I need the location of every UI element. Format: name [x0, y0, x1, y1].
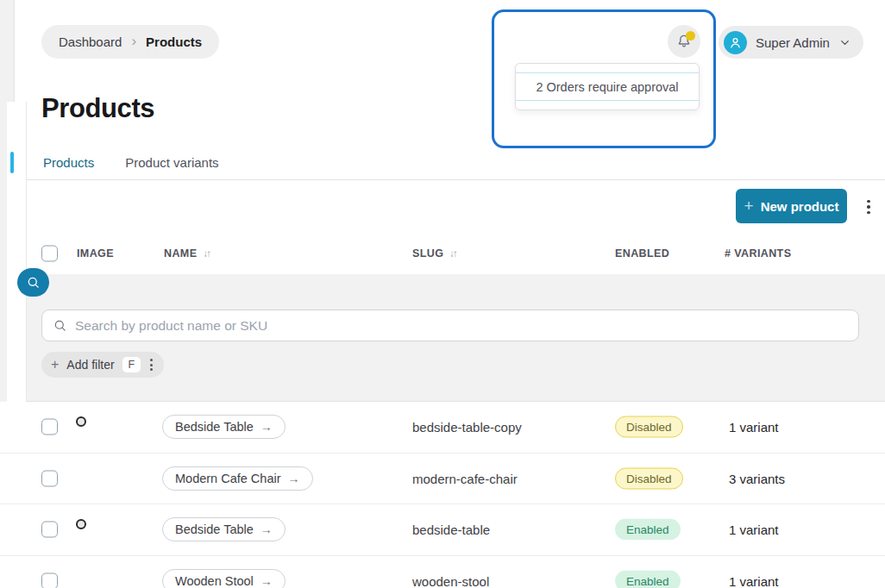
breadcrumb: Dashboard › Products — [41, 25, 219, 59]
notification-item[interactable]: 2 Orders require approval — [516, 72, 699, 101]
variant-count: 1 variant — [729, 522, 779, 537]
plus-icon: + — [744, 197, 754, 214]
shortcut-key-badge: F — [122, 357, 141, 372]
arrow-right-icon: → — [260, 420, 273, 434]
product-slug: modern-cafe-chair — [412, 471, 518, 485]
row-checkbox[interactable] — [41, 470, 58, 486]
arrow-right-icon: → — [260, 522, 273, 536]
tab-bar: Products Product variants — [27, 152, 885, 180]
breadcrumb-dashboard[interactable]: Dashboard — [59, 34, 122, 49]
products-page: Dashboard › Products 2 Orders require ap… — [0, 0, 885, 588]
search-bubble-button[interactable] — [17, 268, 49, 297]
filter-overflow-menu-button[interactable] — [148, 359, 154, 371]
search-field — [41, 310, 859, 341]
user-menu-button[interactable]: Super Admin — [719, 26, 863, 59]
chevron-down-icon — [838, 36, 851, 49]
product-name-label: Modern Cafe Chair — [175, 472, 281, 485]
row-checkbox[interactable] — [41, 522, 58, 538]
notifications-button[interactable] — [668, 25, 700, 58]
page-title: Products — [41, 93, 154, 124]
arrow-right-icon: → — [288, 472, 300, 485]
arrow-right-icon: → — [260, 574, 273, 588]
add-filter-label: Add filter — [66, 358, 114, 372]
row-checkbox[interactable] — [41, 419, 58, 435]
avatar — [724, 31, 747, 54]
status-badge: Disabled — [615, 416, 683, 438]
product-name-link[interactable]: Bedside Table → — [162, 517, 286, 541]
column-header-slug: SLUG ↓↑ — [412, 247, 456, 260]
column-header-name: NAME ↓↑ — [164, 247, 210, 260]
sidebar-active-indicator — [10, 152, 14, 173]
variant-count: 1 variant — [729, 573, 779, 588]
status-badge: Enabled — [615, 519, 681, 541]
plus-icon: + — [51, 358, 59, 372]
column-header-image: IMAGE — [77, 247, 114, 260]
status-badge: Disabled — [615, 467, 683, 489]
column-header-variants: # VARIANTS — [725, 247, 791, 260]
tab-products[interactable]: Products — [41, 152, 96, 179]
table-row: Modern Cafe Chair → modern-cafe-chair Di… — [0, 454, 885, 505]
user-name-label: Super Admin — [756, 35, 830, 50]
product-name-link[interactable]: Wooden Stool → — [162, 569, 286, 588]
breadcrumb-products[interactable]: Products — [146, 34, 202, 49]
table-body: Bedside Table → bedside-table-copy Disab… — [0, 402, 885, 588]
table-row: Wooden Stool → wooden-stool Enabled 1 va… — [0, 556, 885, 588]
status-badge: Enabled — [615, 570, 681, 588]
new-product-label: New product — [761, 199, 839, 214]
product-name-label: Wooden Stool — [175, 574, 254, 588]
product-slug: wooden-stool — [412, 573, 489, 588]
search-icon — [53, 318, 67, 333]
table-row: Bedside Table → bedside-table Enabled 1 … — [0, 504, 885, 556]
product-slug: bedside-table — [412, 522, 490, 537]
chevron-right-icon: › — [131, 34, 136, 48]
notification-dot — [686, 31, 695, 41]
tab-product-variants[interactable]: Product variants — [123, 152, 220, 179]
search-input[interactable] — [75, 318, 848, 334]
page-left-margin-top — [7, 0, 15, 102]
select-all-checkbox[interactable] — [41, 246, 58, 262]
new-product-button[interactable]: + New product — [736, 189, 847, 223]
product-name-label: Bedside Table — [175, 522, 254, 536]
notification-popup: 2 Orders require approval — [515, 63, 700, 110]
sort-icon[interactable]: ↓↑ — [203, 248, 210, 259]
search-icon — [26, 275, 41, 290]
variant-count: 3 variants — [729, 471, 785, 485]
toolbar-overflow-menu-button[interactable] — [863, 197, 875, 217]
row-checkbox[interactable] — [41, 572, 58, 588]
product-name-link[interactable]: Modern Cafe Chair → — [162, 466, 313, 491]
product-slug: bedside-table-copy — [412, 420, 522, 435]
column-header-enabled: ENABLED — [615, 247, 669, 260]
add-filter-button[interactable]: + Add filter F — [41, 352, 164, 378]
table-header: IMAGE NAME ↓↑ SLUG ↓↑ ENABLED # VARIANTS — [0, 233, 885, 274]
product-name-link[interactable]: Bedside Table → — [162, 415, 286, 439]
product-name-label: Bedside Table — [175, 420, 254, 434]
sort-icon[interactable]: ↓↑ — [449, 248, 456, 259]
variant-count: 1 variant — [729, 420, 779, 435]
table-row: Bedside Table → bedside-table-copy Disab… — [0, 402, 885, 454]
